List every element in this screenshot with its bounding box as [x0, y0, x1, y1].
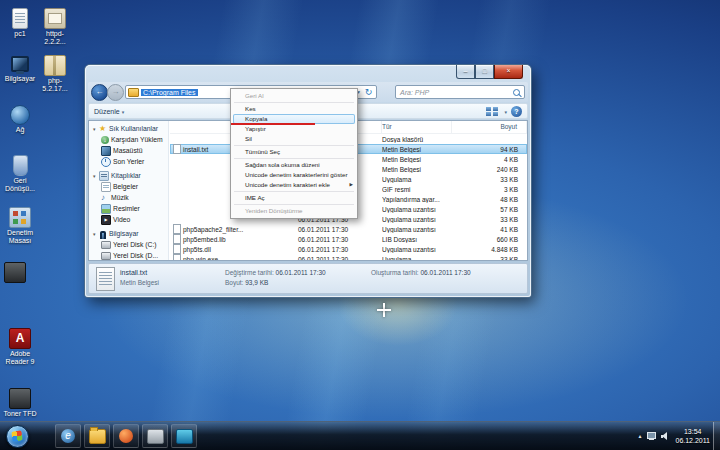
sidebar-item[interactable]: ▾ Kitaplıklar [89, 170, 168, 181]
taskbar-button-ie[interactable] [55, 424, 81, 448]
sidebar-item[interactable]: ▾ Video [89, 214, 168, 225]
file-type: LIB Dosyası [382, 236, 452, 243]
sidebar-item-label: Yerel Disk (C:) [113, 241, 157, 248]
network-tray-icon[interactable] [647, 432, 656, 440]
sidebar-item-label: Son Yerler [113, 158, 144, 165]
organize-button[interactable]: Düzenle [94, 108, 120, 115]
desktop-icon-recycle-bin[interactable]: Geri Dönüşü... [3, 155, 37, 193]
search-box[interactable]: Ara: PHP [395, 85, 525, 99]
close-button[interactable]: × [494, 65, 523, 79]
context-menu-item[interactable]: Sağdan sola okuma düzeni ▶ [231, 160, 357, 170]
file-type: Metin Belgesi [382, 156, 452, 163]
context-menu-item[interactable]: Tümünü Seç ▶ [231, 147, 357, 157]
search-icon[interactable] [513, 89, 520, 96]
refresh-icon[interactable]: ↻ [363, 86, 374, 98]
column-header-type[interactable]: Tür [382, 121, 452, 133]
app-icon [147, 429, 164, 444]
context-menu-item[interactable]: ▶ [234, 158, 354, 159]
sidebar-item[interactable]: ▾ Resimler [89, 203, 168, 214]
sidebar-item-icon [101, 204, 111, 214]
start-button[interactable] [6, 425, 29, 448]
desktop-icon-label: httpd-2.2.2... [38, 30, 72, 46]
context-menu-item[interactable]: Unicode denetim karakteri ekle ▶ [231, 180, 357, 190]
sidebar-item-label: Masaüstü [113, 147, 142, 154]
taskbar-button-app2[interactable] [171, 424, 197, 448]
file-size: 94 KB [452, 146, 527, 153]
file-size: 4.848 KB [452, 246, 527, 253]
context-menu-item[interactable]: Kes ▶ [231, 104, 357, 114]
clock[interactable]: 13:54 06.12.2011 [675, 427, 710, 446]
sidebar-item-icon [101, 157, 111, 167]
address-path-selected[interactable]: C:\Program Files [141, 89, 198, 96]
desktop-icon-adobe-reader[interactable]: Adobe Reader 9 [3, 328, 37, 366]
desktop-icon-label: Bilgisayar [3, 75, 37, 83]
desktop-icon-control-panel[interactable]: Denetim Masası [3, 207, 37, 245]
column-header-size[interactable]: Boyut [452, 121, 527, 133]
context-menu-item[interactable]: Geri Al ▶ [231, 91, 357, 101]
sidebar-item[interactable]: ▾ Son Yerler [89, 156, 168, 167]
desktop-icon-label: php-5.2.17... [38, 77, 72, 93]
sidebar-item[interactable]: ▾ Yerel Disk (C:) [89, 239, 168, 250]
desktop-icon-pc1[interactable]: pc1 [3, 8, 37, 38]
file-row[interactable]: php5ts.dll 06.01.2011 17:30 Uygulama uza… [170, 244, 527, 254]
sidebar-item[interactable]: ▾ Belgeler [89, 181, 168, 192]
desktop-icon-app[interactable] [0, 262, 30, 284]
desktop-icon-computer[interactable]: Bilgisayar [3, 55, 37, 83]
forward-button[interactable]: → [107, 84, 124, 101]
desktop-icon-httpd[interactable]: httpd-2.2.2... [38, 8, 72, 46]
organize-dropdown-icon[interactable]: ▾ [122, 109, 125, 115]
volume-tray-icon[interactable] [661, 432, 670, 440]
sidebar-item[interactable]: ▾ Masaüstü [89, 145, 168, 156]
hidden-icons-button[interactable]: ▲ [638, 433, 643, 439]
file-row[interactable]: php5embed.lib 06.01.2011 17:30 LIB Dosya… [170, 234, 527, 244]
file-row[interactable]: php-win.exe 06.01.2011 17:30 Uygulama 33… [170, 254, 527, 260]
maximize-button[interactable]: □ [475, 65, 494, 79]
context-menu-item[interactable]: ▶ [234, 191, 354, 192]
context-menu-item[interactable]: Sil ▶ [231, 134, 357, 144]
file-type: Uygulama uzantısı [382, 206, 452, 213]
sidebar-item-icon [101, 182, 111, 192]
file-type: Uygulama uzantısı [382, 246, 452, 253]
file-date: 06.01.2011 17:30 [298, 236, 382, 243]
context-menu-item[interactable]: ▶ [234, 102, 354, 103]
context-menu-item[interactable]: ▶ [234, 204, 354, 205]
change-view-icon[interactable] [486, 107, 498, 116]
file-name: php5ts.dll [183, 246, 211, 253]
taskbar: ▲ 13:54 06.12.2011 [0, 421, 720, 450]
file-size: 41 KB [452, 226, 527, 233]
sidebar-item-label: Karşıdan Yüklem [111, 136, 163, 143]
sidebar-item-icon [99, 230, 107, 238]
folder-icon [128, 88, 139, 97]
minimize-button[interactable]: – [456, 65, 475, 79]
taskbar-button-browser[interactable] [113, 424, 139, 448]
desktop-icon-network[interactable]: Ağ [3, 105, 37, 134]
computer-icon [10, 55, 30, 74]
context-menu-item[interactable]: Yeniden Dönüştürme ▶ [231, 206, 357, 216]
selected-file-name: install.txt [120, 269, 147, 276]
file-row[interactable]: php5apache2_filter... 06.01.2011 17:30 U… [170, 224, 527, 234]
sidebar-item[interactable]: ▾ Sık Kullanılanlar [89, 123, 168, 134]
context-menu-item[interactable]: Unicode denetim karakterlerini göster ▶ [231, 170, 357, 180]
menu-item-label: IME Aç [245, 194, 265, 201]
sidebar-item[interactable]: ▾ Bilgisayar [89, 228, 168, 239]
sidebar-item[interactable]: ▾ Yerel Disk (D... [89, 250, 168, 260]
selected-file-type: Metin Belgesi [120, 279, 159, 286]
back-button[interactable]: ← [91, 84, 108, 101]
navigation-pane: ▾ Sık Kullanılanlar ▾ Karşıdan Yüklem ▾ … [89, 121, 169, 260]
sidebar-item[interactable]: ▾ Karşıdan Yüklem [89, 134, 168, 145]
file-date: 06.01.2011 17:30 [298, 246, 382, 253]
desktop-icon-php[interactable]: php-5.2.17... [38, 55, 72, 93]
created-value: 06.01.2011 17:30 [421, 269, 471, 276]
views-dropdown-icon[interactable]: ▾ [504, 109, 507, 115]
context-menu-item[interactable]: Yapıştır ▶ [231, 124, 357, 134]
show-desktop-button[interactable] [713, 422, 720, 450]
taskbar-button-app1[interactable] [142, 424, 168, 448]
sidebar-item[interactable]: ▾ Müzik [89, 192, 168, 203]
sidebar-item-icon [99, 125, 107, 133]
context-menu-item[interactable]: ▶ [234, 145, 354, 146]
help-icon[interactable]: ? [511, 106, 522, 117]
context-menu-item[interactable]: IME Aç ▶ [231, 193, 357, 203]
desktop-icon-toner[interactable]: Toner TFD [3, 388, 37, 418]
file-icon [173, 254, 181, 260]
taskbar-button-explorer[interactable] [84, 424, 110, 448]
